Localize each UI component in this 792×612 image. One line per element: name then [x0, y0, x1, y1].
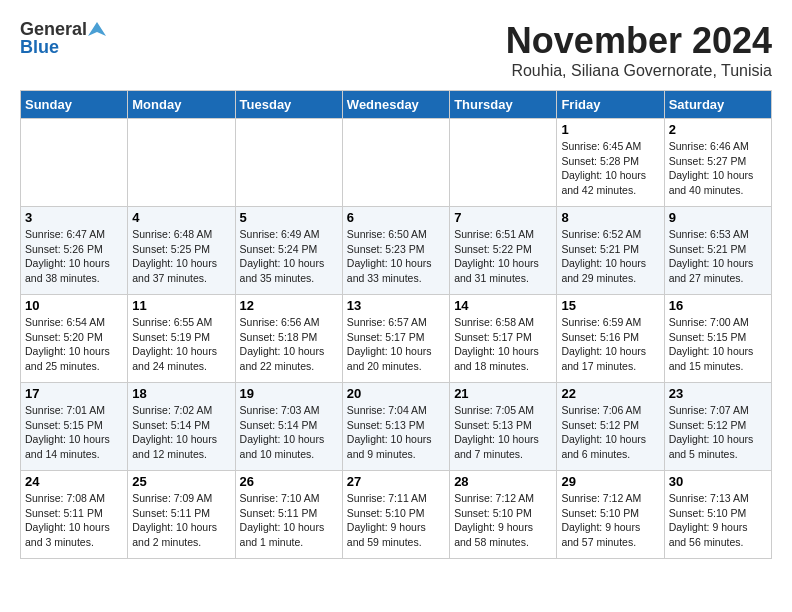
day-info: Sunrise: 7:10 AMSunset: 5:11 PMDaylight:…	[240, 491, 338, 550]
day-number: 19	[240, 386, 338, 401]
calendar-cell: 12Sunrise: 6:56 AMSunset: 5:18 PMDayligh…	[235, 295, 342, 383]
day-number: 11	[132, 298, 230, 313]
calendar-week-row: 1Sunrise: 6:45 AMSunset: 5:28 PMDaylight…	[21, 119, 772, 207]
weekday-header: Friday	[557, 91, 664, 119]
day-info: Sunrise: 6:59 AMSunset: 5:16 PMDaylight:…	[561, 315, 659, 374]
day-number: 1	[561, 122, 659, 137]
day-number: 17	[25, 386, 123, 401]
day-info: Sunrise: 7:08 AMSunset: 5:11 PMDaylight:…	[25, 491, 123, 550]
calendar-cell: 2Sunrise: 6:46 AMSunset: 5:27 PMDaylight…	[664, 119, 771, 207]
day-info: Sunrise: 6:55 AMSunset: 5:19 PMDaylight:…	[132, 315, 230, 374]
calendar-cell: 22Sunrise: 7:06 AMSunset: 5:12 PMDayligh…	[557, 383, 664, 471]
day-info: Sunrise: 7:00 AMSunset: 5:15 PMDaylight:…	[669, 315, 767, 374]
day-info: Sunrise: 7:07 AMSunset: 5:12 PMDaylight:…	[669, 403, 767, 462]
day-number: 3	[25, 210, 123, 225]
day-info: Sunrise: 6:46 AMSunset: 5:27 PMDaylight:…	[669, 139, 767, 198]
day-info: Sunrise: 7:06 AMSunset: 5:12 PMDaylight:…	[561, 403, 659, 462]
day-info: Sunrise: 6:53 AMSunset: 5:21 PMDaylight:…	[669, 227, 767, 286]
calendar-cell: 4Sunrise: 6:48 AMSunset: 5:25 PMDaylight…	[128, 207, 235, 295]
day-info: Sunrise: 7:12 AMSunset: 5:10 PMDaylight:…	[454, 491, 552, 550]
day-number: 13	[347, 298, 445, 313]
logo-bird-icon	[88, 20, 106, 38]
day-number: 7	[454, 210, 552, 225]
calendar-cell: 13Sunrise: 6:57 AMSunset: 5:17 PMDayligh…	[342, 295, 449, 383]
calendar-week-row: 10Sunrise: 6:54 AMSunset: 5:20 PMDayligh…	[21, 295, 772, 383]
day-info: Sunrise: 6:48 AMSunset: 5:25 PMDaylight:…	[132, 227, 230, 286]
day-number: 4	[132, 210, 230, 225]
calendar-week-row: 24Sunrise: 7:08 AMSunset: 5:11 PMDayligh…	[21, 471, 772, 559]
calendar-cell: 14Sunrise: 6:58 AMSunset: 5:17 PMDayligh…	[450, 295, 557, 383]
calendar-cell: 17Sunrise: 7:01 AMSunset: 5:15 PMDayligh…	[21, 383, 128, 471]
calendar-cell: 25Sunrise: 7:09 AMSunset: 5:11 PMDayligh…	[128, 471, 235, 559]
day-number: 29	[561, 474, 659, 489]
logo-blue: Blue	[20, 38, 59, 56]
calendar-cell: 26Sunrise: 7:10 AMSunset: 5:11 PMDayligh…	[235, 471, 342, 559]
day-number: 23	[669, 386, 767, 401]
calendar-cell: 18Sunrise: 7:02 AMSunset: 5:14 PMDayligh…	[128, 383, 235, 471]
calendar-cell: 16Sunrise: 7:00 AMSunset: 5:15 PMDayligh…	[664, 295, 771, 383]
logo-general: General	[20, 20, 87, 38]
calendar-cell	[21, 119, 128, 207]
day-number: 27	[347, 474, 445, 489]
day-info: Sunrise: 7:01 AMSunset: 5:15 PMDaylight:…	[25, 403, 123, 462]
day-number: 8	[561, 210, 659, 225]
calendar-cell	[128, 119, 235, 207]
calendar-cell: 19Sunrise: 7:03 AMSunset: 5:14 PMDayligh…	[235, 383, 342, 471]
day-number: 16	[669, 298, 767, 313]
calendar-cell: 11Sunrise: 6:55 AMSunset: 5:19 PMDayligh…	[128, 295, 235, 383]
calendar-week-row: 3Sunrise: 6:47 AMSunset: 5:26 PMDaylight…	[21, 207, 772, 295]
day-number: 14	[454, 298, 552, 313]
month-title: November 2024	[506, 20, 772, 62]
day-info: Sunrise: 7:02 AMSunset: 5:14 PMDaylight:…	[132, 403, 230, 462]
day-info: Sunrise: 7:13 AMSunset: 5:10 PMDaylight:…	[669, 491, 767, 550]
day-number: 25	[132, 474, 230, 489]
calendar-cell: 27Sunrise: 7:11 AMSunset: 5:10 PMDayligh…	[342, 471, 449, 559]
day-number: 26	[240, 474, 338, 489]
day-info: Sunrise: 7:12 AMSunset: 5:10 PMDaylight:…	[561, 491, 659, 550]
calendar-cell: 30Sunrise: 7:13 AMSunset: 5:10 PMDayligh…	[664, 471, 771, 559]
day-number: 5	[240, 210, 338, 225]
day-info: Sunrise: 6:50 AMSunset: 5:23 PMDaylight:…	[347, 227, 445, 286]
calendar-cell	[235, 119, 342, 207]
day-info: Sunrise: 7:04 AMSunset: 5:13 PMDaylight:…	[347, 403, 445, 462]
day-info: Sunrise: 6:52 AMSunset: 5:21 PMDaylight:…	[561, 227, 659, 286]
day-info: Sunrise: 7:05 AMSunset: 5:13 PMDaylight:…	[454, 403, 552, 462]
calendar-table: SundayMondayTuesdayWednesdayThursdayFrid…	[20, 90, 772, 559]
day-number: 12	[240, 298, 338, 313]
day-number: 28	[454, 474, 552, 489]
header: General Blue November 2024 Rouhia, Silia…	[20, 20, 772, 80]
day-info: Sunrise: 6:51 AMSunset: 5:22 PMDaylight:…	[454, 227, 552, 286]
calendar-cell: 6Sunrise: 6:50 AMSunset: 5:23 PMDaylight…	[342, 207, 449, 295]
day-info: Sunrise: 7:03 AMSunset: 5:14 PMDaylight:…	[240, 403, 338, 462]
day-number: 18	[132, 386, 230, 401]
svg-marker-0	[88, 22, 106, 36]
calendar-cell: 7Sunrise: 6:51 AMSunset: 5:22 PMDaylight…	[450, 207, 557, 295]
day-number: 2	[669, 122, 767, 137]
weekday-header: Tuesday	[235, 91, 342, 119]
weekday-header: Saturday	[664, 91, 771, 119]
logo: General Blue	[20, 20, 106, 56]
calendar-cell: 20Sunrise: 7:04 AMSunset: 5:13 PMDayligh…	[342, 383, 449, 471]
calendar-cell: 15Sunrise: 6:59 AMSunset: 5:16 PMDayligh…	[557, 295, 664, 383]
day-info: Sunrise: 6:57 AMSunset: 5:17 PMDaylight:…	[347, 315, 445, 374]
calendar-cell: 23Sunrise: 7:07 AMSunset: 5:12 PMDayligh…	[664, 383, 771, 471]
calendar-cell: 28Sunrise: 7:12 AMSunset: 5:10 PMDayligh…	[450, 471, 557, 559]
day-info: Sunrise: 6:56 AMSunset: 5:18 PMDaylight:…	[240, 315, 338, 374]
day-info: Sunrise: 6:45 AMSunset: 5:28 PMDaylight:…	[561, 139, 659, 198]
day-info: Sunrise: 7:09 AMSunset: 5:11 PMDaylight:…	[132, 491, 230, 550]
day-number: 20	[347, 386, 445, 401]
title-section: November 2024 Rouhia, Siliana Governorat…	[506, 20, 772, 80]
calendar-cell: 9Sunrise: 6:53 AMSunset: 5:21 PMDaylight…	[664, 207, 771, 295]
calendar-cell: 5Sunrise: 6:49 AMSunset: 5:24 PMDaylight…	[235, 207, 342, 295]
day-info: Sunrise: 6:58 AMSunset: 5:17 PMDaylight:…	[454, 315, 552, 374]
day-number: 6	[347, 210, 445, 225]
weekday-header: Wednesday	[342, 91, 449, 119]
day-info: Sunrise: 7:11 AMSunset: 5:10 PMDaylight:…	[347, 491, 445, 550]
calendar-cell: 3Sunrise: 6:47 AMSunset: 5:26 PMDaylight…	[21, 207, 128, 295]
day-number: 24	[25, 474, 123, 489]
calendar-cell: 21Sunrise: 7:05 AMSunset: 5:13 PMDayligh…	[450, 383, 557, 471]
calendar-cell	[450, 119, 557, 207]
weekday-header: Monday	[128, 91, 235, 119]
weekday-header-row: SundayMondayTuesdayWednesdayThursdayFrid…	[21, 91, 772, 119]
day-info: Sunrise: 6:47 AMSunset: 5:26 PMDaylight:…	[25, 227, 123, 286]
